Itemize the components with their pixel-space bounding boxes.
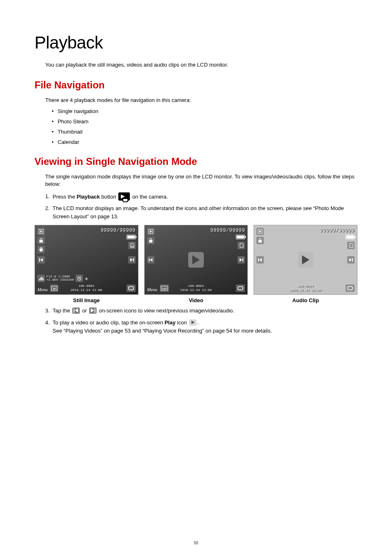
svg-rect-1 [39, 240, 43, 243]
selftimer-icon [76, 275, 83, 282]
heading-single-nav: Viewing in Single Navigation Mode [35, 156, 357, 167]
next-icon [128, 256, 136, 264]
caption-still: Still Image [35, 297, 138, 303]
svg-text:640: 640 [162, 287, 166, 290]
screenshot-still-image: 99999/99999 F13.0 1/2000 +2.0EV ISO3200 [35, 225, 138, 295]
modes-list: Single navigation Photo Steam Thumbnail … [52, 108, 357, 145]
exposure-info: F13.0 1/2000 +2.0EV ISO3200 [46, 275, 74, 282]
step3-c: on-screen icons to view next/previous im… [97, 308, 234, 314]
battery-icon [346, 235, 355, 239]
mode-item: Calendar [52, 139, 357, 145]
play-icon [188, 252, 204, 268]
step1-part-a: Press the [53, 194, 77, 200]
playback-button-icon [118, 192, 130, 201]
screenshot-audio: 99999/99999 100-0004 2010.12.24 12:00 [254, 225, 357, 295]
step1-part-c: button [100, 194, 118, 200]
card-icon [128, 242, 136, 249]
svg-rect-16 [149, 240, 152, 243]
svg-rect-23 [258, 240, 262, 243]
svg-rect-21 [238, 287, 243, 290]
svg-rect-6 [133, 258, 134, 261]
caption-video: Video [144, 297, 248, 303]
histogram-icon [37, 275, 45, 282]
printer-icon [37, 246, 45, 253]
svg-rect-26 [348, 287, 353, 290]
playback-mode-icon [256, 228, 264, 235]
step1-part-b: Playback [77, 194, 100, 200]
playback-mode-icon [147, 228, 154, 235]
rotate-icon [346, 284, 355, 292]
single-nav-lead: The single navigation mode displays the … [45, 173, 357, 188]
video-res-icon: 640 [160, 284, 169, 292]
svg-rect-25 [352, 258, 353, 261]
screenshot-video: 99999/99999 Menu 640 100-0004 2010.12.24… [144, 225, 248, 295]
rotate-icon [127, 284, 136, 292]
step3-a: Tap the [53, 308, 71, 314]
mode-item: Single navigation [52, 108, 357, 114]
svg-rect-17 [149, 258, 150, 261]
battery-icon [127, 235, 136, 239]
play-icon [298, 252, 314, 268]
svg-rect-9 [42, 277, 42, 280]
card-icon [347, 242, 355, 249]
datetime: 2010.12.24 12:00 [290, 288, 321, 292]
steps-list-cont: Tap the or on-screen icons to view next/… [45, 307, 357, 335]
svg-rect-18 [242, 258, 243, 261]
menu-label: Menu [37, 287, 48, 292]
step-1: Press the Playback button on the camera. [45, 192, 357, 201]
frame-counter: 99999/99999 [320, 228, 355, 234]
exposure-line1: F13.0 1/2000 [46, 275, 70, 278]
step-4: To play a video or audio clip, tap the o… [45, 319, 357, 335]
intro-text: You can playback the still images, video… [45, 62, 357, 68]
file-number: 100-0004 [188, 284, 204, 288]
mode-item: Thumbnail [52, 129, 357, 135]
svg-rect-10 [43, 278, 44, 280]
screenshot-row: 99999/99999 F13.0 1/2000 +2.0EV ISO3200 [35, 225, 357, 303]
file-nav-lead: There are 4 playback modes for file navi… [45, 97, 357, 104]
frame-counter: 99999/99999 [210, 228, 245, 234]
step-3: Tap the or on-screen icons to view next/… [45, 307, 357, 315]
step3-b: or [81, 308, 88, 314]
prev-button-icon [72, 308, 80, 314]
next-icon [347, 256, 355, 264]
playback-mode-icon [37, 228, 45, 235]
battery-icon [236, 235, 245, 239]
step4-a: To play a video or audio clip, tap the o… [53, 319, 164, 326]
svg-rect-7 [39, 279, 40, 280]
rotate-icon [236, 284, 245, 292]
steps-list: Press the Playback button on the camera.… [45, 192, 357, 221]
file-number: 100-0004 [78, 284, 94, 288]
step1-part-d: on the camera. [131, 194, 168, 200]
page-title: Playback [35, 33, 357, 53]
protect-icon [147, 237, 154, 244]
svg-rect-4 [40, 250, 42, 252]
step4-c: icon [175, 319, 188, 326]
prev-icon [37, 256, 45, 264]
prev-icon [147, 256, 154, 264]
step-2: The LCD monitor displays an image. To un… [45, 204, 357, 221]
exposure-line2: +2.0EV ISO3200 [46, 278, 74, 282]
protect-icon [256, 237, 264, 244]
card-icon [238, 242, 245, 249]
mode-item: Photo Steam [52, 118, 357, 125]
svg-rect-5 [39, 258, 40, 261]
wb-icon: ✳ [85, 275, 88, 282]
next-icon [238, 256, 245, 264]
next-button-icon [89, 308, 97, 314]
menu-label: Menu [147, 287, 157, 292]
svg-rect-8 [40, 278, 41, 280]
svg-text:8M: 8M [53, 287, 56, 290]
frame-counter: 99999/99999 [101, 228, 136, 234]
play-button-icon [189, 319, 196, 326]
page-number: 50 [0, 541, 392, 545]
step4-b: Play [164, 319, 175, 326]
svg-rect-3 [40, 247, 42, 249]
file-number: 100-0004 [297, 284, 313, 288]
datetime: 2010.12.24 12:00 [180, 288, 212, 292]
svg-rect-24 [258, 258, 259, 261]
protect-icon [37, 237, 45, 244]
datetime: 2010.12.24 12:00 [71, 288, 102, 292]
heading-file-navigation: File Navigation [35, 79, 357, 91]
step4-d: . [197, 319, 199, 326]
step4-sub: See “Playing Videos” on page 53 and “Pla… [53, 327, 357, 335]
